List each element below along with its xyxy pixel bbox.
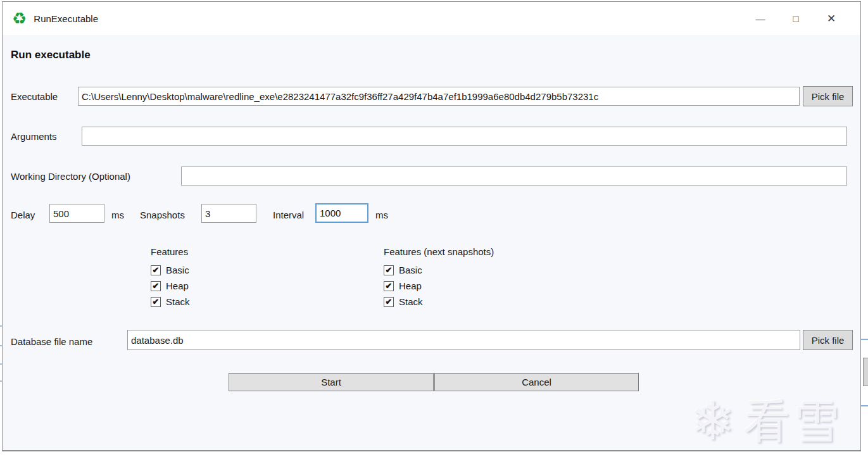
feature-next-row-basic: ✔ Basic xyxy=(384,262,494,278)
check-icon: ✔ xyxy=(386,282,393,290)
check-icon: ✔ xyxy=(386,298,393,306)
watermark-text: 看雪 xyxy=(744,398,843,444)
recycle-app-icon: ♻ xyxy=(12,10,27,27)
checkbox-next-stack[interactable]: ✔ xyxy=(384,297,394,307)
executable-pick-file-button[interactable]: Pick file xyxy=(803,86,853,106)
features-group-title: Features xyxy=(151,246,190,262)
maximize-button[interactable]: □ xyxy=(778,2,814,35)
database-file-name-label: Database file name xyxy=(11,336,92,347)
run-executable-dialog: ♻ RunExecutable — □ ✕ Run executable Exe… xyxy=(2,1,861,451)
feature-row-basic: ✔ Basic xyxy=(151,262,190,278)
background-window-button xyxy=(863,358,868,386)
feature-next-row-stack: ✔ Stack xyxy=(384,294,494,310)
check-icon: ✔ xyxy=(153,282,160,290)
checkbox-label: Heap xyxy=(166,280,189,291)
feature-row-heap: ✔ Heap xyxy=(151,278,190,294)
checkbox-label: Basic xyxy=(399,265,422,275)
snapshots-input[interactable] xyxy=(201,204,256,223)
check-icon: ✔ xyxy=(153,266,160,274)
executable-input[interactable] xyxy=(78,87,800,106)
checkbox-label: Stack xyxy=(166,296,190,307)
arguments-input[interactable] xyxy=(82,127,847,146)
delay-label: Delay xyxy=(11,210,35,220)
checkbox-heap[interactable]: ✔ xyxy=(151,281,161,291)
features-group: Features ✔ Basic ✔ Heap ✔ Stack xyxy=(151,246,190,310)
minimize-button[interactable]: — xyxy=(743,2,778,35)
checkbox-label: Stack xyxy=(399,296,423,307)
features-next-group-title: Features (next snapshots) xyxy=(384,246,494,262)
executable-label: Executable xyxy=(11,91,58,102)
close-button[interactable]: ✕ xyxy=(814,2,849,35)
features-next-group: Features (next snapshots) ✔ Basic ✔ Heap… xyxy=(384,246,494,310)
interval-unit-label: ms xyxy=(375,210,388,220)
interval-label: Interval xyxy=(273,210,304,220)
checkbox-next-heap[interactable]: ✔ xyxy=(384,281,394,291)
titlebar[interactable]: ♻ RunExecutable — □ ✕ xyxy=(3,2,860,35)
checkbox-label: Basic xyxy=(166,265,189,275)
snowflake-icon: ❄ xyxy=(691,394,735,448)
check-icon: ✔ xyxy=(153,298,160,306)
background-window-edge xyxy=(861,405,868,406)
database-pick-file-button[interactable]: Pick file xyxy=(803,330,853,350)
window-controls: — □ ✕ xyxy=(743,2,849,35)
working-directory-input[interactable] xyxy=(181,167,847,185)
page-title: Run executable xyxy=(11,49,91,61)
window-title: RunExecutable xyxy=(34,13,98,24)
cancel-button[interactable]: Cancel xyxy=(434,373,639,391)
database-file-name-input[interactable] xyxy=(127,330,800,350)
feature-row-stack: ✔ Stack xyxy=(151,294,190,310)
delay-unit-label: ms xyxy=(111,210,124,220)
feature-next-row-heap: ✔ Heap xyxy=(384,278,494,294)
checkbox-stack[interactable]: ✔ xyxy=(151,297,161,307)
arguments-label: Arguments xyxy=(11,131,57,142)
kanxue-watermark: ❄ 看雪 xyxy=(691,394,843,448)
interval-input[interactable] xyxy=(315,203,368,223)
background-window-edge xyxy=(861,339,868,340)
start-button[interactable]: Start xyxy=(229,373,434,391)
snapshots-label: Snapshots xyxy=(140,210,185,220)
delay-input[interactable] xyxy=(49,204,104,223)
working-directory-label: Working Directory (Optional) xyxy=(11,171,130,182)
check-icon: ✔ xyxy=(386,266,393,274)
checkbox-label: Heap xyxy=(399,280,422,291)
checkbox-next-basic[interactable]: ✔ xyxy=(384,265,394,275)
checkbox-basic[interactable]: ✔ xyxy=(151,265,161,275)
